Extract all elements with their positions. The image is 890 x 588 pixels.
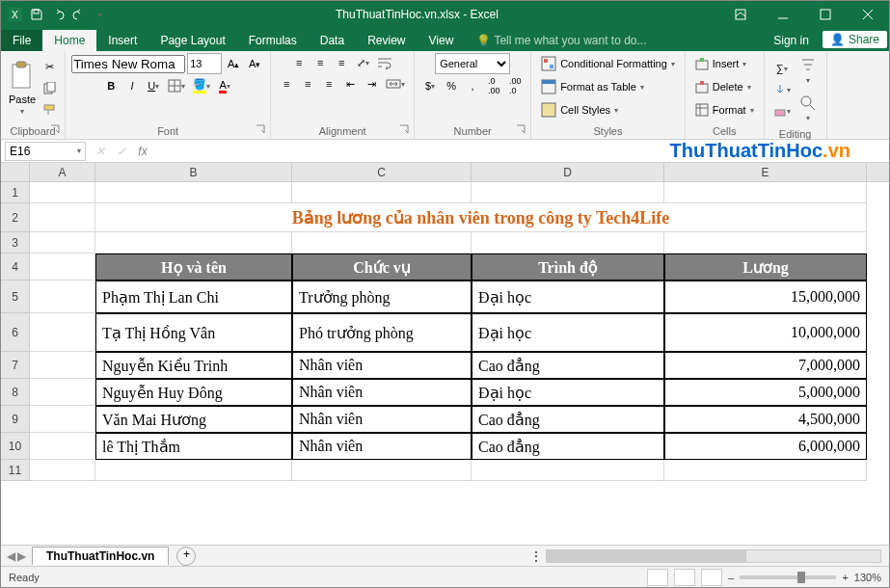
zoom-level[interactable]: 130%	[854, 572, 881, 583]
cell[interactable]: Đại học	[472, 281, 664, 313]
cell[interactable]: lê Thị Thắm	[95, 433, 292, 460]
row-header[interactable]: 6	[1, 313, 30, 352]
decrease-indent-button[interactable]: ⇤	[340, 74, 360, 94]
find-select-button[interactable]: ▾	[796, 91, 821, 126]
sheet-tab[interactable]: ThuThuatTinHoc.vn	[32, 547, 169, 565]
sheet-prev-icon[interactable]: ◀	[7, 549, 15, 563]
italic-button[interactable]: I	[122, 76, 142, 95]
row-header[interactable]: 4	[1, 254, 30, 281]
column-header-E[interactable]: E	[664, 163, 867, 181]
cell[interactable]: Chức vụ	[292, 254, 472, 281]
cell[interactable]	[292, 232, 472, 254]
select-all-corner[interactable]	[1, 163, 30, 181]
cell[interactable]	[95, 182, 292, 203]
insert-function-button[interactable]: fx	[132, 145, 153, 158]
cell[interactable]: 6,000,000	[664, 433, 867, 460]
cell[interactable]: Tạ Thị Hồng Vân	[95, 313, 292, 352]
cell[interactable]	[95, 232, 292, 254]
sheet-next-icon[interactable]: ▶	[17, 549, 26, 563]
align-center-button[interactable]: ≡	[298, 74, 317, 94]
cell[interactable]: Lương	[664, 254, 867, 281]
zoom-slider-thumb[interactable]	[797, 572, 805, 583]
cell[interactable]: Cao đẳng	[472, 406, 664, 433]
tab-page-layout[interactable]: Page Layout	[148, 30, 236, 51]
scrollbar-thumb[interactable]	[547, 550, 747, 562]
align-middle-button[interactable]: ≡	[310, 53, 330, 72]
zoom-slider[interactable]	[740, 575, 836, 579]
row-header[interactable]: 9	[1, 406, 30, 433]
cell[interactable]: Trưởng phòng	[292, 281, 472, 313]
cell[interactable]: Họ và tên	[95, 254, 292, 281]
cell[interactable]	[30, 254, 95, 281]
cell[interactable]: Cao đẳng	[472, 352, 664, 379]
cell[interactable]	[30, 460, 95, 481]
percent-format-button[interactable]: %	[442, 76, 461, 95]
insert-cells-button[interactable]: Insert▾	[691, 53, 751, 74]
tab-insert[interactable]: Insert	[96, 30, 148, 51]
cell[interactable]: 15,000,000	[664, 281, 867, 313]
cell[interactable]: Trình độ	[472, 254, 664, 281]
tab-formulas[interactable]: Formulas	[237, 30, 309, 51]
font-size-input[interactable]	[187, 53, 222, 74]
cell-styles-button[interactable]: Cell Styles▾	[537, 99, 622, 120]
cell[interactable]: Nguyễn Huy Đông	[95, 379, 292, 406]
cell[interactable]: Nhân viên	[292, 352, 472, 379]
cell[interactable]: Nguyễn Kiều Trinh	[95, 352, 292, 379]
conditional-formatting-button[interactable]: Conditional Formatting▾	[537, 53, 679, 74]
dialog-launcher-icon[interactable]	[256, 124, 267, 136]
cell[interactable]: Cao đẳng	[472, 433, 664, 460]
cell[interactable]	[664, 182, 867, 203]
cell[interactable]	[472, 232, 664, 254]
border-button[interactable]: ▾	[165, 76, 188, 95]
redo-icon[interactable]	[70, 6, 88, 23]
cell[interactable]: 10,000,000	[664, 313, 867, 352]
save-icon[interactable]	[28, 6, 45, 23]
cell[interactable]	[30, 203, 95, 232]
cell[interactable]: 5,000,000	[664, 379, 867, 406]
cell[interactable]	[95, 460, 292, 481]
decrease-decimal-button[interactable]: .00.0	[505, 76, 525, 95]
cell[interactable]	[30, 406, 95, 433]
copy-button[interactable]	[40, 79, 59, 98]
cell[interactable]	[664, 232, 867, 254]
cell[interactable]	[30, 433, 95, 460]
cell[interactable]: Phạm Thị Lan Chi	[95, 281, 292, 313]
row-header[interactable]: 3	[1, 232, 30, 254]
row-header[interactable]: 8	[1, 379, 30, 406]
row-header[interactable]: 1	[1, 182, 30, 203]
share-button[interactable]: 👤Share	[823, 31, 887, 48]
underline-button[interactable]: U▾	[144, 76, 163, 95]
font-name-input[interactable]	[71, 55, 185, 73]
number-format-select[interactable]: General	[435, 53, 510, 74]
dialog-launcher-icon[interactable]	[399, 124, 411, 136]
dialog-launcher-icon[interactable]	[50, 124, 62, 136]
row-header[interactable]: 5	[1, 281, 30, 313]
orientation-button[interactable]: ⤢▾	[353, 53, 372, 72]
row-header[interactable]: 2	[1, 203, 30, 232]
delete-cells-button[interactable]: Delete▾	[691, 76, 755, 97]
name-box[interactable]: E16▾	[5, 142, 86, 161]
tab-home[interactable]: Home	[42, 30, 96, 51]
clear-button[interactable]: ▾	[770, 101, 794, 120]
align-bottom-button[interactable]: ≡	[332, 53, 351, 72]
increase-indent-button[interactable]: ⇥	[362, 74, 381, 94]
zoom-out-button[interactable]: –	[728, 572, 734, 583]
row-header[interactable]: 11	[1, 460, 30, 481]
cancel-formula-icon[interactable]: ✕	[90, 145, 111, 158]
increase-decimal-button[interactable]: .0.00	[484, 76, 503, 95]
tell-me-search[interactable]: 💡 Tell me what you want to do...	[465, 30, 658, 51]
enter-formula-icon[interactable]: ✓	[111, 145, 132, 158]
dialog-launcher-icon[interactable]	[516, 124, 527, 136]
format-painter-button[interactable]	[40, 100, 59, 120]
cut-button[interactable]: ✂	[40, 58, 59, 77]
tab-view[interactable]: View	[418, 30, 466, 51]
align-left-button[interactable]: ≡	[277, 74, 296, 94]
row-header[interactable]: 10	[1, 433, 30, 460]
fill-color-button[interactable]: 🪣▾	[190, 76, 213, 95]
column-header-B[interactable]: B	[95, 163, 292, 181]
cell[interactable]	[30, 352, 95, 379]
autosum-button[interactable]: ∑▾	[770, 59, 794, 78]
format-cells-button[interactable]: Format▾	[691, 99, 758, 120]
minimize-button[interactable]	[762, 1, 804, 28]
qat-customize-icon[interactable]: ▾	[92, 6, 109, 23]
